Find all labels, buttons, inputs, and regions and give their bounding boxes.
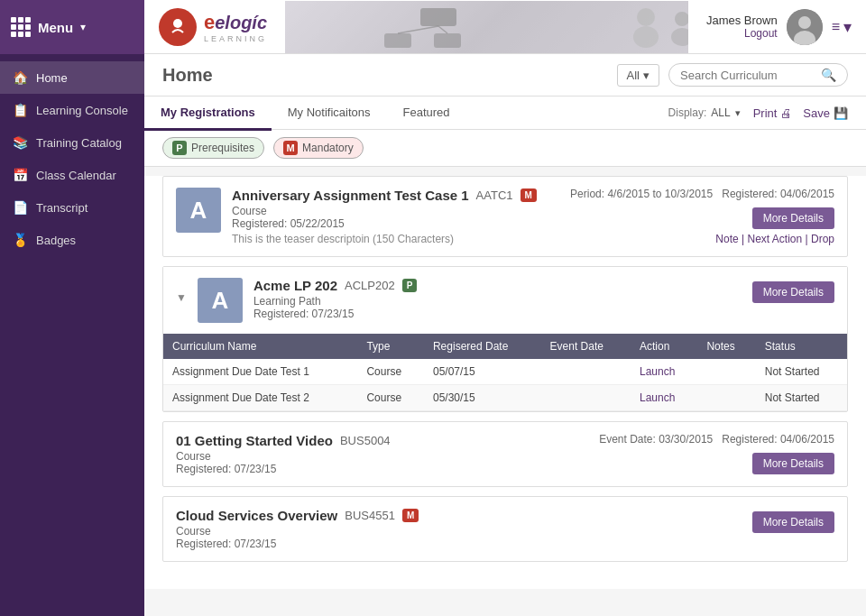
reg-item-3-event-date: Event Date: 03/30/2015 [599, 433, 713, 446]
reg-item-3-more-details-button[interactable]: More Details [752, 453, 834, 474]
mandatory-label: Mandatory [302, 142, 354, 154]
reg-item-3-period-row: Event Date: 03/30/2015 Registered: 04/06… [599, 433, 834, 446]
view-chevron-icon: ▾ [843, 17, 852, 37]
lp-expand-icon[interactable]: ▼ [176, 291, 187, 304]
tab-featured[interactable]: Featured [387, 97, 466, 131]
registrations-list: A Anniversary Assignment Test Case 1 AAT… [144, 176, 866, 589]
list-view-icon: ≡ [832, 19, 840, 35]
grid-icon[interactable] [11, 17, 31, 37]
filter-chevron-icon: ▾ [643, 69, 650, 82]
search-icon: 🔍 [821, 68, 836, 82]
reg-item-3-title: 01 Getting Started Video [176, 433, 333, 448]
reg-item-3-header: 01 Getting Started Video BUS5004 Course … [163, 422, 847, 486]
print-save-area: Print 🖨 Save 💾 [753, 106, 848, 120]
reg-item-4-more-details-button[interactable]: More Details [752, 511, 834, 533]
menu-area[interactable]: Menu ▾ [0, 0, 144, 54]
reg-item-1-meta: Period: 4/6/2015 to 10/3/2015 Registered… [570, 188, 834, 245]
save-button[interactable]: Save 💾 [803, 106, 848, 120]
user-avatar [787, 9, 823, 45]
display-value[interactable]: ALL [711, 106, 730, 119]
tab-my-notifications[interactable]: My Notificaitons [272, 97, 387, 131]
reg-item-4-code: BUS4551 [345, 509, 395, 522]
display-control: Display: ALL ▾ [668, 106, 741, 119]
reg-item-1-more-details-button[interactable]: More Details [752, 207, 834, 229]
display-label: Display: [668, 106, 707, 119]
user-name: James Brown [706, 14, 778, 27]
view-toggle[interactable]: ≡ ▾ [832, 17, 852, 37]
search-box: 🔍 [668, 63, 848, 87]
reg-item-4-reg-date: Registered: 07/23/15 [176, 538, 834, 550]
search-input[interactable] [680, 69, 815, 82]
reg-item-2-more-details-button[interactable]: More Details [752, 281, 834, 303]
sidebar: 🏠 Home 📋 Learning Console 📚 Training Cat… [0, 54, 144, 616]
sidebar-item-class-calendar[interactable]: 📅 Class Calendar [0, 159, 144, 191]
filter-dropdown[interactable]: All ▾ [617, 64, 659, 87]
sidebar-item-label-tr: Transcript [36, 201, 88, 215]
tab-my-registrations[interactable]: My Registrations [144, 97, 272, 131]
main-layout: 🏠 Home 📋 Learning Console 📚 Training Cat… [0, 54, 866, 616]
page-title: Home [162, 65, 213, 86]
print-button[interactable]: Print 🖨 [753, 106, 793, 120]
row2-launch-link[interactable]: Launch [640, 391, 675, 404]
reg-item-2-avatar: A [198, 278, 243, 323]
sidebar-item-label-cc: Class Calendar [36, 169, 116, 182]
col-notes: Notes [697, 334, 755, 359]
top-header: Menu ▾ eelogíc LEARNING Ja [0, 0, 866, 54]
sidebar-item-learning-console[interactable]: 📋 Learning Console [0, 94, 144, 126]
display-chevron-icon: ▾ [735, 107, 741, 119]
row2-action: Launch [631, 385, 697, 411]
header-right: All ▾ 🔍 [617, 63, 848, 87]
content-header: Home All ▾ 🔍 [144, 54, 866, 97]
reg-item-1-actions: Note | Next Action | Drop [570, 233, 834, 245]
svg-point-0 [173, 19, 182, 28]
print-icon: 🖨 [780, 106, 792, 120]
sidebar-item-label-home: Home [36, 71, 68, 85]
reg-item-4-header: Cloud Services Overview BUS4551 M Course… [163, 497, 847, 561]
header-banner [285, 1, 688, 53]
reg-item-2-reg-date: Registered: 07/23/15 [253, 308, 834, 320]
sidebar-item-transcript[interactable]: 📄 Transcript [0, 191, 144, 224]
logout-link[interactable]: Logout [706, 27, 778, 40]
reg-item-2-header: ▼ A Acme LP 202 ACLP202 P Learning Path … [163, 267, 847, 334]
registration-item-4: Cloud Services Overview BUS4551 M Course… [162, 496, 848, 562]
sidebar-item-badges[interactable]: 🏅 Badges [0, 224, 144, 256]
row1-type: Course [357, 359, 424, 385]
home-icon: 🏠 [13, 70, 27, 85]
badges-icon: 🏅 [13, 233, 27, 247]
drop-link[interactable]: Drop [811, 233, 834, 245]
row1-launch-link[interactable]: Launch [640, 365, 675, 378]
reg-item-4-info: Cloud Services Overview BUS4551 M Course… [176, 508, 834, 550]
sidebar-item-label-tc: Training Catalog [36, 136, 122, 150]
tabs: My Registrations My Notificaitons Featur… [144, 97, 466, 129]
sidebar-item-label-ba: Badges [36, 234, 76, 247]
reg-item-2-title-row: Acme LP 202 ACLP202 P [253, 278, 834, 293]
svg-point-7 [637, 8, 655, 26]
print-label: Print [753, 106, 778, 120]
col-action: Action [631, 334, 697, 359]
user-area: James Brown Logout ≡ ▾ [706, 9, 852, 45]
logo-sub: LEARNING [204, 34, 267, 43]
logo-brand: eelogíc [204, 11, 267, 34]
row1-action: Launch [631, 359, 697, 385]
content-area: Home All ▾ 🔍 My Registrations My Notific… [144, 54, 866, 616]
sidebar-item-training-catalog[interactable]: 📚 Training Catalog [0, 126, 144, 159]
logo-area: eelogíc LEARNING [159, 8, 267, 46]
col-type: Type [357, 334, 424, 359]
svg-rect-1 [285, 1, 688, 53]
row2-notes [697, 385, 755, 411]
logo-icon [159, 8, 197, 46]
next-action-link[interactable]: Next Action [747, 233, 802, 245]
reg-item-2-type: Learning Path [253, 295, 834, 308]
note-link[interactable]: Note [715, 233, 738, 245]
reg-item-2-title: Acme LP 202 [253, 278, 337, 293]
registration-item-2: ▼ A Acme LP 202 ACLP202 P Learning Path … [162, 266, 848, 412]
row1-name: Assignment Due Date Test 1 [163, 359, 357, 385]
svg-rect-2 [420, 8, 456, 26]
row2-status: Not Started [756, 385, 847, 411]
logo-text-area: eelogíc LEARNING [204, 11, 267, 43]
mandatory-badge[interactable]: M Mandatory [273, 137, 364, 159]
registration-item-1: A Anniversary Assignment Test Case 1 AAT… [162, 176, 848, 257]
prerequisites-badge[interactable]: P Prerequisites [162, 137, 264, 159]
col-event-date: Event Date [541, 334, 631, 359]
sidebar-item-home[interactable]: 🏠 Home [0, 61, 144, 94]
